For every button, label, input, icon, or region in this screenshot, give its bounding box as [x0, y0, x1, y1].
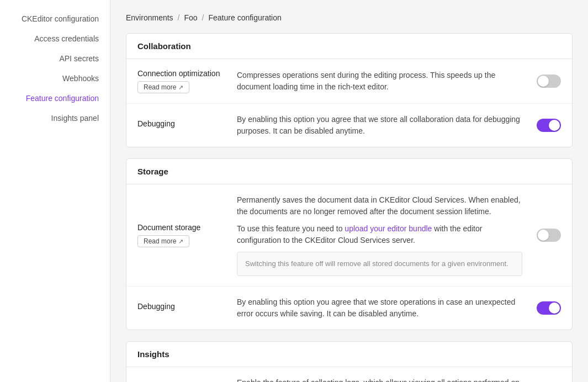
- sidebar: CKEditor configurationAccess credentials…: [0, 0, 110, 382]
- feature-desc-text-collab-debugging: By enabling this option you agree that w…: [237, 114, 522, 137]
- warning-box-document-storage: Switching this feature off will remove a…: [237, 252, 522, 276]
- toggle-track-connection-optimization: [537, 75, 561, 88]
- feature-row-connection-optimization: Connection optimizationRead more ↗Compre…: [126, 59, 572, 104]
- breadcrumb-foo[interactable]: Foo: [184, 13, 197, 22]
- feature-label-col-collab-debugging: Debugging: [137, 119, 226, 131]
- feature-label-col-storage-debugging: Debugging: [137, 302, 226, 314]
- external-link-icon: ↗: [178, 238, 183, 245]
- feature-desc-business-logs: Enable the feature of collecting logs, w…: [237, 377, 522, 382]
- feature-desc-text-business-logs: Enable the feature of collecting logs, w…: [237, 377, 522, 382]
- section-collaboration: CollaborationConnection optimizationRead…: [126, 33, 573, 147]
- feature-label-document-storage: Document storage: [137, 223, 226, 232]
- feature-desc-connection-optimization: Compresses operations sent during the ed…: [237, 70, 522, 93]
- read-more-button-document-storage[interactable]: Read more ↗: [137, 235, 189, 247]
- feature-row-business-logs: Business logsEnable the feature of colle…: [126, 367, 572, 382]
- section-header-insights: Insights: [126, 342, 572, 367]
- toggle-col-connection-optimization: [533, 75, 561, 88]
- toggle-connection-optimization[interactable]: [537, 75, 561, 88]
- feature-label-col-connection-optimization: Connection optimizationRead more ↗: [137, 69, 226, 93]
- read-more-button-connection-optimization[interactable]: Read more ↗: [137, 81, 189, 93]
- sidebar-item-webhooks[interactable]: Webhooks: [0, 68, 110, 88]
- feature-row-document-storage: Document storageRead more ↗Permanently s…: [126, 184, 572, 286]
- sections-container: CollaborationConnection optimizationRead…: [126, 33, 573, 382]
- feature-link-document-storage[interactable]: upload your editor bundle: [345, 224, 432, 233]
- feature-desc-collab-debugging: By enabling this option you agree that w…: [237, 114, 522, 137]
- feature-desc-text-storage-debugging: By enabling this option you agree that w…: [237, 296, 522, 320]
- breadcrumb-sep-2: /: [202, 13, 204, 22]
- feature-label-connection-optimization: Connection optimization: [137, 69, 226, 78]
- breadcrumb-sep-1: /: [178, 13, 180, 22]
- external-link-icon: ↗: [178, 84, 183, 91]
- section-insights: InsightsBusiness logsEnable the feature …: [126, 341, 573, 382]
- sidebar-item-insights-panel[interactable]: Insights panel: [0, 108, 110, 128]
- feature-label-collab-debugging: Debugging: [137, 119, 226, 128]
- toggle-track-document-storage: [537, 229, 561, 242]
- breadcrumb-environments[interactable]: Environments: [126, 13, 173, 22]
- section-storage: StorageDocument storageRead more ↗Perman…: [126, 158, 573, 330]
- breadcrumb: Environments / Foo / Feature configurati…: [126, 13, 573, 22]
- toggle-collab-debugging[interactable]: [537, 119, 561, 132]
- feature-desc-storage-debugging: By enabling this option you agree that w…: [237, 296, 522, 320]
- sidebar-item-ckeditor-config[interactable]: CKEditor configuration: [0, 9, 110, 29]
- feature-row-collab-debugging: DebuggingBy enabling this option you agr…: [126, 104, 572, 147]
- toggle-track-storage-debugging: [537, 301, 561, 315]
- toggle-knob-connection-optimization: [538, 76, 549, 87]
- toggle-col-storage-debugging: [533, 301, 561, 315]
- toggle-col-document-storage: [533, 229, 561, 242]
- toggle-document-storage[interactable]: [537, 229, 561, 242]
- feature-row-storage-debugging: DebuggingBy enabling this option you agr…: [126, 286, 572, 330]
- feature-label-col-document-storage: Document storageRead more ↗: [137, 223, 226, 247]
- section-header-storage: Storage: [126, 159, 572, 184]
- toggle-col-collab-debugging: [533, 119, 561, 132]
- toggle-knob-document-storage: [538, 230, 549, 241]
- toggle-knob-storage-debugging: [549, 303, 560, 314]
- sidebar-item-api-secrets[interactable]: API secrets: [0, 49, 110, 68]
- feature-desc-document-storage: Permanently saves the document data in C…: [237, 194, 522, 276]
- breadcrumb-current: Feature configuration: [209, 13, 282, 22]
- toggle-knob-collab-debugging: [549, 120, 560, 131]
- section-header-collaboration: Collaboration: [126, 34, 572, 59]
- feature-desc-text-connection-optimization: Compresses operations sent during the ed…: [237, 70, 522, 93]
- main-content: Environments / Foo / Feature configurati…: [110, 0, 588, 382]
- toggle-storage-debugging[interactable]: [537, 301, 561, 315]
- toggle-track-collab-debugging: [537, 119, 561, 132]
- feature-label-storage-debugging: Debugging: [137, 302, 226, 311]
- sidebar-item-access-credentials[interactable]: Access credentials: [0, 29, 110, 49]
- sidebar-item-feature-configuration[interactable]: Feature configuration: [0, 88, 110, 108]
